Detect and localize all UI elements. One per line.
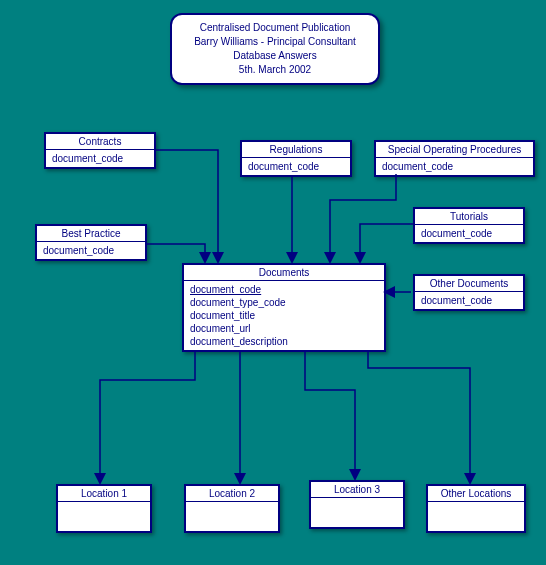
entity-attr: document_title — [190, 309, 378, 322]
entity-header: Documents — [184, 265, 384, 281]
entity-header: Other Locations — [428, 486, 524, 502]
entity-header: Location 2 — [186, 486, 278, 502]
entity-attr: document_code — [248, 160, 344, 173]
entity-header: Tutorials — [415, 209, 523, 225]
entity-attr: document_code — [421, 227, 517, 240]
entity-best-practice: Best Practice document_code — [35, 224, 147, 261]
title-line1: Centralised Document Publication — [172, 21, 378, 35]
entity-other-documents: Other Documents document_code — [413, 274, 525, 311]
entity-header: Location 1 — [58, 486, 150, 502]
entity-attr: document_code — [43, 244, 139, 257]
entity-attr: document_code — [52, 152, 148, 165]
entity-regulations: Regulations document_code — [240, 140, 352, 177]
entity-attr: document_description — [190, 335, 378, 348]
entity-header: Contracts — [46, 134, 154, 150]
entity-special-operating-procedures: Special Operating Procedures document_co… — [374, 140, 535, 177]
entity-attr: document_url — [190, 322, 378, 335]
entity-location-1: Location 1 — [56, 484, 152, 533]
entity-attr: document_code — [421, 294, 517, 307]
entity-contracts: Contracts document_code — [44, 132, 156, 169]
entity-header: Special Operating Procedures — [376, 142, 533, 158]
entity-documents: Documents document_code document_type_co… — [182, 263, 386, 352]
entity-attr: document_type_code — [190, 296, 378, 309]
entity-other-locations: Other Locations — [426, 484, 526, 533]
title-line3: Database Answers — [172, 49, 378, 63]
entity-header: Best Practice — [37, 226, 145, 242]
entity-header: Location 3 — [311, 482, 403, 498]
entity-header: Other Documents — [415, 276, 523, 292]
entity-location-2: Location 2 — [184, 484, 280, 533]
entity-attr: document_code — [382, 160, 527, 173]
entity-location-3: Location 3 — [309, 480, 405, 529]
entity-tutorials: Tutorials document_code — [413, 207, 525, 244]
title-line2: Barry Williams - Principal Consultant — [172, 35, 378, 49]
diagram-title: Centralised Document Publication Barry W… — [170, 13, 380, 85]
entity-attr-pk: document_code — [190, 283, 378, 296]
title-line4: 5th. March 2002 — [172, 63, 378, 77]
entity-header: Regulations — [242, 142, 350, 158]
